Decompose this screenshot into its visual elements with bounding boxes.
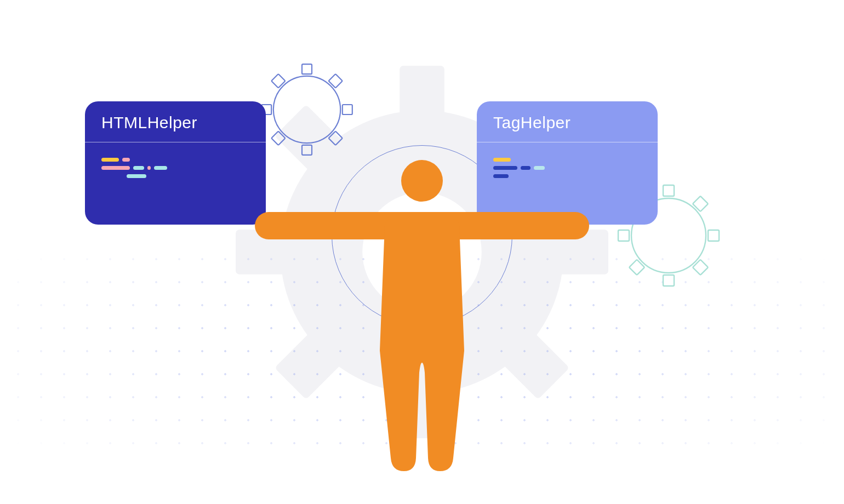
svg-rect-25: [693, 260, 708, 275]
svg-rect-2: [400, 386, 444, 438]
svg-point-26: [401, 160, 443, 202]
svg-rect-17: [328, 131, 342, 145]
svg-rect-6: [275, 331, 343, 399]
svg-rect-23: [629, 260, 645, 275]
code-snippet: [477, 142, 658, 178]
svg-rect-15: [271, 131, 285, 145]
svg-rect-1: [400, 66, 444, 118]
htmlhelper-card: HTMLHelper: [85, 101, 266, 225]
svg-rect-18: [663, 185, 674, 196]
card-title: TagHelper: [477, 101, 658, 142]
svg-rect-8: [501, 331, 569, 399]
code-snippet: [85, 142, 266, 178]
svg-rect-19: [663, 275, 674, 286]
svg-rect-3: [236, 230, 288, 274]
svg-point-9: [362, 192, 482, 312]
svg-rect-21: [708, 230, 719, 241]
dot-grid-background: [0, 241, 844, 460]
svg-rect-22: [693, 196, 708, 211]
card-title: HTMLHelper: [85, 101, 266, 142]
small-gear-outline-blue-icon: [258, 60, 356, 159]
svg-rect-13: [343, 105, 352, 114]
svg-rect-4: [556, 230, 608, 274]
svg-rect-16: [271, 74, 285, 88]
svg-rect-10: [302, 64, 312, 74]
svg-rect-14: [328, 74, 342, 88]
taghelper-card: TagHelper: [477, 101, 658, 225]
svg-rect-20: [618, 230, 629, 241]
svg-rect-7: [275, 105, 343, 173]
svg-rect-11: [302, 145, 312, 155]
